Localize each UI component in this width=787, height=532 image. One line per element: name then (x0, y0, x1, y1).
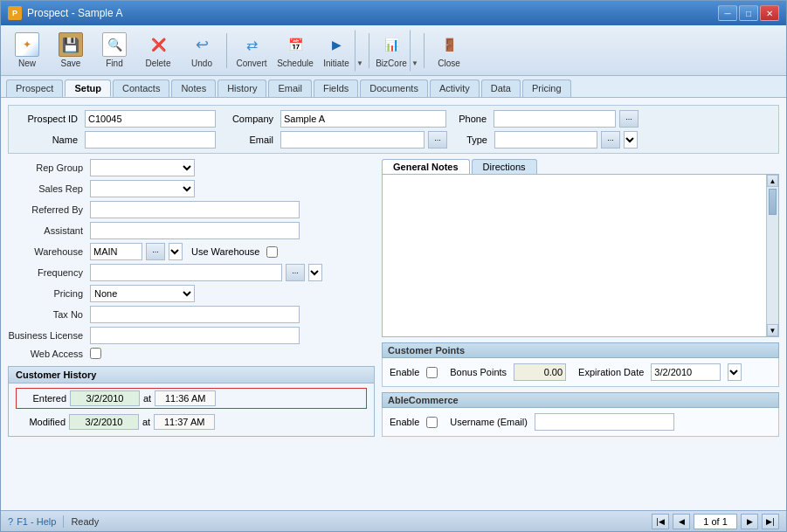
tab-history[interactable]: History (217, 79, 266, 97)
company-input[interactable] (280, 110, 446, 128)
scrollbar-down-button[interactable]: ▼ (767, 324, 778, 336)
warehouse-dots-button[interactable]: ··· (146, 243, 165, 260)
nav-last-button[interactable]: ▶| (762, 514, 779, 529)
convert-button[interactable]: Convert (231, 30, 273, 72)
name-input[interactable] (85, 131, 216, 149)
phone-dots-button[interactable]: ··· (619, 110, 639, 128)
close-window-button[interactable]: ✕ (760, 5, 779, 21)
undo-button[interactable]: Undo (181, 30, 223, 72)
schedule-button[interactable]: Schedule (274, 30, 316, 72)
tab-fields[interactable]: Fields (314, 79, 358, 97)
entered-date-input[interactable] (70, 390, 140, 406)
tab-email[interactable]: Email (268, 79, 312, 97)
status-text: Ready (71, 516, 652, 527)
modified-time-input[interactable] (154, 414, 215, 430)
use-warehouse-label: Use Warehouse (191, 246, 259, 257)
bizcore-button[interactable]: BizCore (373, 30, 410, 72)
entered-row: Entered at (16, 388, 367, 409)
tab-setup[interactable]: Setup (65, 79, 111, 97)
type-dots-button[interactable]: ··· (601, 131, 620, 149)
tab-notes[interactable]: Notes (171, 79, 216, 97)
referred-by-input[interactable] (90, 201, 300, 218)
scrollbar-up-button[interactable]: ▲ (767, 175, 778, 187)
nav-prev-button[interactable]: ◀ (673, 514, 690, 529)
minimize-button[interactable]: ─ (718, 5, 737, 21)
initiate-dropdown-button[interactable]: ▼ (355, 30, 365, 72)
tab-pricing[interactable]: Pricing (522, 79, 571, 97)
new-icon (15, 32, 39, 57)
frequency-input[interactable] (90, 264, 282, 281)
business-license-row: Business License (8, 327, 375, 344)
expiration-date-label: Expiration Date (578, 367, 644, 377)
pricing-select[interactable]: None (90, 285, 195, 302)
bizcore-dropdown-button[interactable]: ▼ (410, 30, 420, 72)
initiate-group[interactable]: Initiate ▼ (318, 30, 365, 72)
notes-scrollbar[interactable]: ▲ ▼ (766, 175, 778, 336)
tax-no-row: Tax No (8, 306, 375, 323)
maximize-button[interactable]: □ (739, 5, 758, 21)
help-label: F1 - Help (17, 516, 56, 527)
close-button[interactable]: Close (428, 30, 470, 72)
type-select[interactable] (624, 131, 638, 149)
tab-documents[interactable]: Documents (360, 79, 428, 97)
frequency-select[interactable] (308, 264, 322, 281)
customer-history-header: Customer History (9, 367, 374, 383)
email-input[interactable] (280, 131, 425, 149)
sales-rep-select[interactable] (90, 180, 195, 197)
nav-first-button[interactable]: |◀ (652, 514, 669, 529)
find-button[interactable]: Find (93, 30, 135, 72)
web-access-checkbox[interactable] (90, 348, 101, 359)
scrollbar-thumb[interactable] (769, 189, 777, 215)
directions-tab[interactable]: Directions (472, 159, 537, 174)
points-enable-checkbox[interactable] (426, 367, 438, 378)
warehouse-input[interactable] (90, 243, 142, 260)
prospect-id-input[interactable] (85, 110, 216, 128)
able-enable-label: Enable (390, 417, 419, 427)
initiate-button[interactable]: Initiate (318, 30, 355, 72)
schedule-icon (283, 32, 307, 57)
business-license-input[interactable] (90, 327, 300, 344)
notes-textarea[interactable] (383, 175, 766, 336)
able-username-input[interactable] (535, 413, 674, 431)
new-button[interactable]: New (6, 30, 48, 72)
type-field: Type ··· (456, 131, 638, 149)
customer-points-row: Enable Bonus Points Expiration Date (390, 363, 771, 381)
expiration-date-input[interactable] (651, 363, 721, 381)
delete-icon (146, 32, 170, 57)
expiration-date-select[interactable] (728, 363, 742, 381)
bonus-points-input[interactable] (514, 363, 566, 381)
save-button[interactable]: Save (50, 30, 92, 72)
bizcore-group[interactable]: BizCore ▼ (373, 30, 420, 72)
tab-activity[interactable]: Activity (430, 79, 480, 97)
prospect-id-field: Prospect ID (16, 110, 216, 128)
tab-prospect[interactable]: Prospect (6, 79, 63, 97)
tab-bar: Prospect Setup Contacts Notes History Em… (1, 76, 786, 98)
window-title: Prospect - Sample A (27, 7, 718, 19)
delete-button[interactable]: Delete (137, 30, 179, 72)
warehouse-select[interactable] (169, 243, 183, 260)
tab-contacts[interactable]: Contacts (113, 79, 169, 97)
use-warehouse-checkbox[interactable] (266, 246, 278, 258)
tab-data[interactable]: Data (481, 79, 521, 97)
rep-group-select[interactable] (90, 159, 195, 176)
help-link[interactable]: ? F1 - Help (8, 516, 56, 527)
company-label: Company (224, 114, 277, 124)
customer-history-body: Entered at Modified at (9, 383, 374, 436)
statusbar: ? F1 - Help Ready |◀ ◀ 1 of 1 ▶ ▶| (1, 510, 786, 531)
nav-next-button[interactable]: ▶ (741, 514, 758, 529)
tax-no-input[interactable] (90, 306, 300, 323)
assistant-input[interactable] (90, 222, 300, 239)
general-notes-tab[interactable]: General Notes (382, 159, 470, 174)
able-enable-checkbox[interactable] (426, 417, 438, 428)
entered-time-input[interactable] (155, 390, 216, 406)
page-info: 1 of 1 (694, 514, 737, 529)
modified-date-input[interactable] (69, 414, 139, 430)
frequency-dots-button[interactable]: ··· (286, 264, 305, 281)
titlebar-buttons: ─ □ ✕ (718, 5, 779, 21)
email-dots-button[interactable]: ··· (428, 131, 447, 149)
pricing-label: Pricing (8, 288, 86, 299)
phone-input[interactable] (494, 110, 616, 128)
type-input[interactable] (494, 131, 597, 149)
close-icon (437, 32, 461, 57)
status-separator (63, 515, 64, 528)
